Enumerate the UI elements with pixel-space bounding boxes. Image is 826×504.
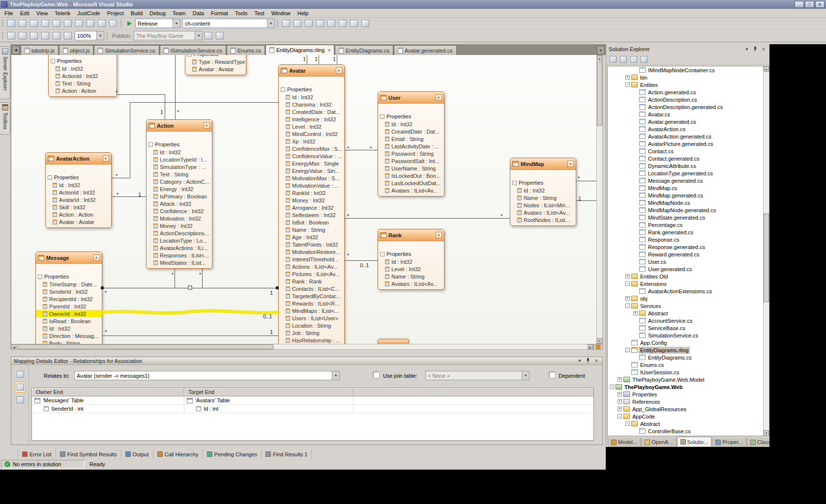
- collapse-icon[interactable]: -: [625, 348, 630, 352]
- tree-item-references[interactable]: +References: [608, 398, 763, 405]
- layout-diagram-icon[interactable]: [39, 31, 51, 41]
- property-row[interactable]: AvatarId : Int32: [46, 196, 111, 203]
- entity-header[interactable]: MindMap: [510, 158, 576, 170]
- tree-item-avataraction-cs[interactable]: AvatarAction.cs: [608, 125, 763, 133]
- property-row[interactable]: OwnerId : Int32: [36, 310, 102, 317]
- property-row[interactable]: LocationType : Lo...: [147, 237, 212, 244]
- property-row[interactable]: Text : String: [49, 80, 117, 87]
- property-row[interactable]: CreatedDate : Dat...: [378, 128, 444, 135]
- property-row[interactable]: Name : String: [510, 194, 576, 201]
- tree-item-locationtype-generated-cs[interactable]: LocationType.generated.cs: [608, 169, 763, 177]
- collapse-icon[interactable]: -: [148, 142, 153, 147]
- mapping-grid-row[interactable]: SenderId : intId : int: [32, 405, 593, 413]
- tree-item-avatar-cs[interactable]: Avatar.cs: [608, 111, 763, 118]
- mapping-grid-icon[interactable]: [15, 369, 26, 380]
- toolbar-grip[interactable]: [2, 20, 3, 28]
- property-row[interactable]: Email : String: [378, 135, 444, 142]
- property-row[interactable]: Id : Int32: [378, 258, 444, 265]
- tree-item-avatar-generated-cs[interactable]: Avatar.generated.cs: [608, 118, 763, 125]
- paste-icon[interactable]: [85, 19, 96, 28]
- collapse-button[interactable]: [436, 94, 442, 101]
- doc-tab-object-js[interactable]: object.js: [59, 45, 93, 55]
- close-tab-icon[interactable]: ×: [327, 48, 330, 53]
- scrollbar-thumb[interactable]: [18, 344, 273, 349]
- panel-tab-find-symbol-results[interactable]: Find Symbol Results: [56, 449, 121, 459]
- owner-end-cell[interactable]: 'Messages' Table: [32, 396, 184, 405]
- collapse-button[interactable]: [336, 67, 342, 74]
- property-row[interactable]: Selfesteem : Int32: [279, 211, 344, 219]
- property-row[interactable]: IsRead : Boolean: [36, 317, 102, 325]
- mapping-grid-row[interactable]: 'Messages' Table'Avatars' Table: [32, 396, 593, 405]
- menu-format[interactable]: Format: [207, 9, 232, 17]
- property-row[interactable]: LastActivityDate : ...: [378, 142, 444, 150]
- save-all-icon[interactable]: [51, 19, 62, 28]
- chevron-down-icon[interactable]: ▼: [332, 371, 339, 380]
- dock-tab-solutio[interactable]: Solutio...: [677, 437, 712, 447]
- owner-end-cell[interactable]: SenderId : int: [32, 405, 184, 413]
- scroll-left-icon[interactable]: ◀: [11, 344, 17, 349]
- collapse-icon[interactable]: -: [618, 414, 622, 419]
- refresh-icon[interactable]: [629, 55, 638, 64]
- property-row[interactable]: Type : RewardType: [185, 58, 246, 65]
- collapse-button[interactable]: [93, 254, 100, 261]
- tree-item-bin[interactable]: +bin: [608, 74, 763, 81]
- property-row[interactable]: Id : Int32: [49, 65, 117, 72]
- property-row[interactable]: SimulationType : ...: [147, 163, 212, 170]
- entity-header[interactable]: Rank: [378, 229, 444, 241]
- property-row[interactable]: InterestThreshold...: [279, 255, 344, 263]
- key-icon[interactable]: [15, 394, 26, 405]
- property-row[interactable]: MindStates : IList...: [147, 259, 212, 266]
- property-row[interactable]: ActionId : Int32: [49, 72, 117, 80]
- property-row[interactable]: LocationTypeId : I...: [147, 156, 212, 163]
- copy-icon[interactable]: [73, 19, 85, 28]
- chevron-down-icon[interactable]: ▼: [195, 31, 202, 40]
- tree-item-reward-generated-cs[interactable]: Reward.generated.cs: [608, 251, 763, 258]
- publish-target-combo[interactable]: The PlayBoy Game ▼: [134, 31, 203, 40]
- find-icon[interactable]: [280, 19, 292, 28]
- target-end-cell[interactable]: 'Avatars' Table: [184, 396, 354, 405]
- entity-clipped-top-middle[interactable]: -PropertiesType : RewardTypeAvatar : Ava…: [185, 55, 246, 75]
- tree-item-datacontrollerbase-cs[interactable]: DataControllerBase.cs: [608, 435, 763, 436]
- property-row[interactable]: Motivation : Int32: [147, 215, 212, 222]
- chevron-down-icon[interactable]: ▼: [522, 371, 529, 380]
- property-row[interactable]: SenderId : Int32: [36, 288, 102, 295]
- tree-item-mindmapnode-cs[interactable]: MindMapNode.cs: [608, 199, 763, 206]
- target-end-cell[interactable]: Id : int: [184, 405, 354, 413]
- property-row[interactable]: Id : Int32: [510, 187, 576, 194]
- property-row[interactable]: Actions : IList<Av...: [279, 263, 344, 270]
- tree-item-iusersession-cs[interactable]: IUserSession.cs: [608, 368, 763, 376]
- property-row[interactable]: ConfidenceMax : S...: [279, 145, 344, 152]
- property-row[interactable]: MotivationRestore...: [279, 248, 344, 255]
- property-row[interactable]: MindControl : Int32: [279, 130, 344, 138]
- collapse-icon[interactable]: -: [281, 87, 285, 92]
- tree-item-app-globalresources[interactable]: +App_GlobalResources: [608, 405, 763, 413]
- scroll-up-icon[interactable]: ▲: [764, 66, 769, 72]
- property-row[interactable]: RootNodes : IList...: [510, 216, 576, 224]
- zoom-in-icon[interactable]: [51, 31, 62, 41]
- property-row[interactable]: Users : IList<User>: [279, 314, 344, 322]
- collapse-button[interactable]: [567, 161, 574, 167]
- tree-item-avatarpicture-generated-cs[interactable]: AvatarPicture.generated.cs: [608, 140, 763, 147]
- property-row[interactable]: MotivationValue : ...: [279, 182, 344, 189]
- property-row[interactable]: Avatars : IList<Av...: [378, 187, 444, 194]
- clipped-entity-edge[interactable]: [378, 339, 409, 344]
- scroll-down-icon[interactable]: ▼: [764, 430, 769, 436]
- entity-message[interactable]: Message-PropertiesTimeStamp : Date...Sen…: [35, 252, 102, 344]
- entity-header[interactable]: User: [378, 92, 444, 104]
- solution-configuration-combo[interactable]: Release ▼: [135, 19, 180, 28]
- undo-icon[interactable]: [96, 19, 107, 28]
- dock-tab-model[interactable]: Model...: [608, 438, 641, 447]
- publish-web-icon[interactable]: [203, 31, 214, 41]
- collapse-icon[interactable]: -: [625, 281, 630, 286]
- property-row[interactable]: Skill : Int32: [46, 203, 111, 211]
- expand-icon[interactable]: +: [618, 407, 622, 411]
- scroll-up-icon[interactable]: ▲: [597, 56, 602, 61]
- tree-item-properties[interactable]: +Properties: [608, 391, 763, 398]
- pan-zoom-button[interactable]: [593, 344, 603, 350]
- tree-item-actiondescription-cs[interactable]: ActionDescription.cs: [608, 96, 763, 103]
- collapse-icon[interactable]: -: [48, 175, 52, 180]
- tree-item-mindmap-cs[interactable]: MindMap.cs: [608, 184, 763, 192]
- maximize-button[interactable]: □: [805, 1, 814, 8]
- tree-item-user-generated-cs[interactable]: User.generated.cs: [608, 265, 763, 273]
- collapse-button[interactable]: [204, 122, 210, 129]
